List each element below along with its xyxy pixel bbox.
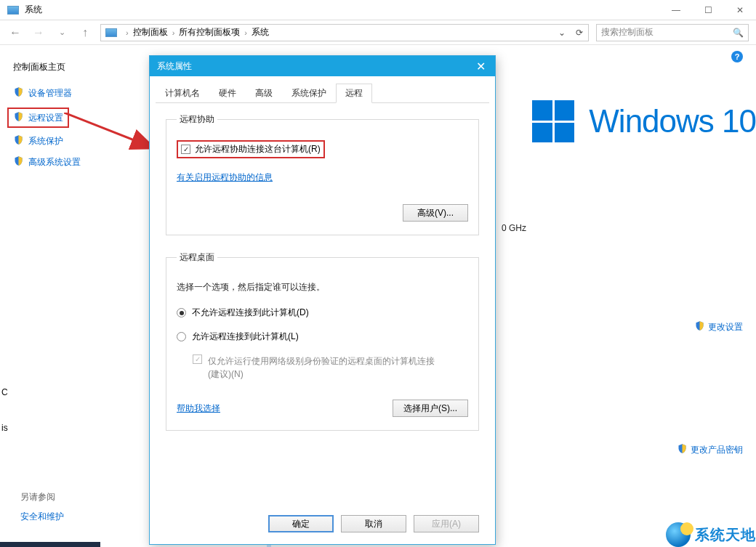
forward-button[interactable]: →: [31, 26, 47, 39]
nla-checkbox-row: 仅允许运行使用网络级别身份验证的远程桌面的计算机连接(建议)(N): [193, 354, 468, 381]
shield-icon: [13, 111, 24, 124]
dialog-body: 远程协助 允许远程协助连接这台计算机(R) 有关启用远程协助的信息 高级(V).…: [150, 103, 495, 457]
sidebar-item-remote-settings[interactable]: 远程设置: [28, 112, 63, 124]
maximize-button[interactable]: ☐: [692, 0, 724, 20]
titlebar: 系统 — ☐ ✕: [0, 0, 756, 20]
shield-icon: [677, 443, 688, 456]
search-icon: 🔍: [733, 28, 744, 38]
remote-assist-info-link[interactable]: 有关启用远程协助的信息: [177, 172, 273, 182]
windows-wordmark: Windows 10: [589, 103, 756, 139]
system-icon: [7, 6, 19, 15]
watermark-text: 系统天地: [695, 525, 756, 545]
nla-label: 仅允许运行使用网络级别身份验证的远程桌面的计算机连接(建议)(N): [208, 354, 441, 381]
close-button[interactable]: ✕: [724, 0, 756, 20]
remote-desktop-group: 远程桌面 选择一个选项，然后指定谁可以连接。 不允许远程连接到此计算机(D) 允…: [166, 251, 479, 431]
windows-logo-icon: [532, 100, 574, 142]
tab-computer-name[interactable]: 计算机名: [156, 84, 209, 103]
sidebar-item-remote-settings-highlight: 远程设置: [7, 108, 69, 128]
shield-icon: [13, 134, 24, 147]
radio-allow-row[interactable]: 允许远程连接到此计算机(L): [177, 331, 468, 343]
breadcrumb-dropdown[interactable]: ⌄: [553, 25, 571, 41]
breadcrumb-seg-2[interactable]: 所有控制面板项: [179, 26, 240, 39]
remote-assistance-legend: 远程协助: [177, 113, 217, 126]
select-users-button[interactable]: 选择用户(S)...: [393, 400, 468, 417]
change-settings-label: 更改设置: [708, 321, 743, 333]
up-button[interactable]: ↑: [77, 26, 93, 39]
breadcrumb-seg-1[interactable]: 控制面板: [133, 26, 168, 39]
dialog-close-button[interactable]: ✕: [466, 56, 495, 76]
dialog-titlebar: 系统属性 ✕: [150, 56, 495, 76]
change-settings-link[interactable]: 更改设置: [694, 320, 743, 333]
watermark: 系统天地: [666, 522, 756, 547]
remote-assist-advanced-button[interactable]: 高级(V)...: [403, 204, 468, 222]
tab-remote[interactable]: 远程: [336, 84, 372, 103]
windows-brand: Windows 10: [532, 100, 756, 142]
allow-remote-assist-label: 允许远程协助连接这台计算机(R): [195, 143, 321, 155]
radio-allow-label: 允许远程连接到此计算机(L): [192, 331, 299, 343]
sidebar-item-label: 高级系统设置: [28, 156, 81, 169]
apply-button[interactable]: 应用(A): [414, 515, 479, 532]
nla-checkbox: [193, 354, 202, 364]
refresh-button[interactable]: ⟳: [571, 25, 588, 41]
allow-remote-assist-highlight: 允许远程协助连接这台计算机(R): [177, 140, 325, 158]
watermark-globe-icon: [666, 522, 691, 547]
remote-desktop-hint: 选择一个选项，然后指定谁可以连接。: [177, 281, 468, 293]
recent-dropdown[interactable]: ⌄: [54, 28, 70, 37]
window-controls: — ☐ ✕: [660, 0, 756, 20]
tab-system-protection[interactable]: 系统保护: [282, 84, 336, 103]
change-product-key-link[interactable]: 更改产品密钥: [677, 443, 743, 456]
radio-allow[interactable]: [177, 332, 186, 341]
dialog-title: 系统属性: [157, 60, 192, 73]
tab-advanced[interactable]: 高级: [246, 84, 282, 103]
sidebar-item-advanced[interactable]: 高级系统设置: [13, 155, 132, 169]
shield-icon: [13, 155, 24, 169]
breadcrumb[interactable]: › 控制面板 › 所有控制面板项 › 系统 ⌄ ⟳: [100, 24, 589, 41]
tab-row: 计算机名 硬件 高级 系统保护 远程: [150, 76, 495, 103]
tab-hardware[interactable]: 硬件: [209, 84, 246, 103]
sidebar-item-label: 系统保护: [28, 135, 63, 147]
help-me-choose-link[interactable]: 帮助我选择: [177, 402, 220, 415]
partial-text: C: [1, 387, 8, 397]
control-panel-home[interactable]: 控制面板主页: [13, 61, 132, 73]
remote-desktop-legend: 远程桌面: [177, 251, 217, 264]
sidebar: 控制面板主页 设备管理器 远程设置 系统保护 高级系统设置: [0, 45, 145, 547]
radio-deny[interactable]: [177, 308, 186, 317]
taskbar-fragment: [0, 542, 100, 547]
nav-row: ← → ⌄ ↑ › 控制面板 › 所有控制面板项 › 系统 ⌄ ⟳ 搜索控制面板…: [0, 20, 756, 45]
breadcrumb-icon: [105, 28, 117, 37]
cpu-frequency: 0 GHz: [502, 223, 526, 233]
sidebar-item-device-manager[interactable]: 设备管理器: [13, 86, 132, 100]
radio-deny-label: 不允许远程连接到此计算机(D): [192, 307, 309, 319]
allow-remote-assist-checkbox[interactable]: [181, 145, 190, 154]
minimize-button[interactable]: —: [660, 0, 692, 20]
security-maintenance-link[interactable]: 安全和维护: [20, 511, 64, 523]
sidebar-item-system-protection[interactable]: 系统保护: [13, 134, 132, 147]
search-placeholder: 搜索控制面板: [601, 26, 654, 39]
shield-icon: [13, 86, 24, 100]
system-properties-dialog: 系统属性 ✕ 计算机名 硬件 高级 系统保护 远程 远程协助 允许远程协助连接这…: [149, 55, 496, 545]
sidebar-footer: 另请参阅 安全和维护: [20, 491, 64, 523]
window-title: 系统: [25, 4, 42, 16]
breadcrumb-seg-3[interactable]: 系统: [252, 26, 269, 39]
see-also-label: 另请参阅: [20, 491, 64, 503]
partial-text: is: [1, 423, 8, 433]
search-input[interactable]: 搜索控制面板 🔍: [596, 24, 749, 41]
cancel-button[interactable]: 取消: [341, 515, 406, 532]
remote-assistance-group: 远程协助 允许远程协助连接这台计算机(R) 有关启用远程协助的信息 高级(V).…: [166, 113, 479, 235]
shield-icon: [694, 320, 705, 333]
dialog-buttons: 确定 取消 应用(A): [268, 515, 479, 532]
sidebar-item-label: 设备管理器: [28, 87, 72, 100]
ok-button[interactable]: 确定: [268, 515, 334, 532]
radio-deny-row[interactable]: 不允许远程连接到此计算机(D): [177, 307, 468, 319]
back-button[interactable]: ←: [7, 26, 23, 39]
change-product-key-label: 更改产品密钥: [691, 444, 743, 456]
